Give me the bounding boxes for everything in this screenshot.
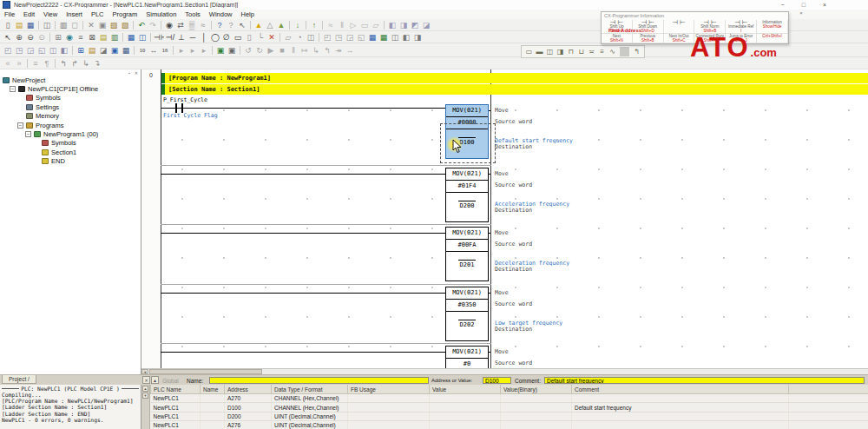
fb10-icon[interactable]: ↰ — [632, 47, 641, 56]
local-symbols-icon[interactable]: ◫ — [137, 32, 148, 43]
cell-value[interactable] — [430, 412, 501, 420]
table-row[interactable]: NewPLC1 A270 CHANNEL (Hex,Channel) — [151, 394, 868, 403]
fb6-icon[interactable]: ⊔ — [576, 47, 586, 56]
cell-name[interactable] — [201, 403, 225, 412]
output-window[interactable]: PLC: NewPLC1 (PLC Model CP1E ) Compiling… — [0, 385, 141, 429]
sim-sync-icon[interactable]: ↺ — [243, 45, 253, 56]
window-layout1-icon[interactable]: ◧ — [387, 20, 398, 30]
cell-address[interactable]: D200 — [225, 412, 272, 420]
separator[interactable] — [38, 21, 39, 30]
program-check-icon[interactable]: ▲ — [276, 20, 286, 30]
menu-item[interactable]: Tools — [181, 10, 205, 18]
separator[interactable] — [289, 21, 290, 30]
separator[interactable] — [49, 33, 50, 42]
comment-input[interactable]: Default start frequency — [544, 377, 865, 384]
cell-plc-name[interactable]: NewPLC1 — [151, 412, 201, 420]
cut-icon[interactable]: ✕ — [86, 20, 96, 30]
cell-value[interactable] — [430, 421, 501, 429]
sim-refresh-icon[interactable]: ↻ — [254, 45, 265, 56]
menu-item[interactable]: View — [39, 10, 62, 18]
watch-column-header[interactable]: Value(Binary) — [501, 385, 572, 394]
symbol-table1-icon[interactable]: ◰ — [322, 32, 332, 43]
separator[interactable] — [212, 46, 213, 55]
monitor-data-icon[interactable]: ▤ — [98, 32, 108, 43]
menu-item[interactable]: Edit — [19, 10, 39, 18]
win-cascade-icon[interactable]: ◰ — [3, 45, 13, 56]
tree-item[interactable]: − NewProgram1 (00) — [25, 129, 141, 138]
paste-icon[interactable]: ▨ — [108, 20, 119, 30]
instruction-mnemonic[interactable]: MOV(021) — [446, 287, 488, 300]
sim-step-in-icon[interactable]: ↳ — [311, 45, 321, 56]
online-edit-go-icon[interactable]: ▱ — [371, 20, 381, 30]
window-layout3-icon[interactable]: ◩ — [410, 20, 420, 30]
immediate-icon[interactable]: ◫ — [306, 32, 316, 43]
mov-instruction-block[interactable]: MOV(021) #0 — [445, 346, 489, 368]
expander-icon[interactable]: − — [25, 131, 31, 137]
sim-scan-run-icon[interactable]: → — [345, 45, 355, 56]
separator[interactable] — [620, 47, 629, 56]
grid-icon[interactable]: ⊞ — [53, 32, 63, 43]
watch-column-header[interactable]: FB Usage — [348, 385, 430, 394]
help-icon[interactable]: ? — [214, 20, 225, 30]
menu-item[interactable]: Help — [237, 10, 259, 18]
symbol-table3-icon[interactable]: ◲ — [345, 32, 355, 43]
goto-rung1-icon[interactable]: ↰ — [58, 58, 69, 69]
symbols-view-icon[interactable]: ◪ — [98, 45, 108, 56]
instruction-operand-1[interactable]: #0 — [446, 359, 488, 368]
copy-icon[interactable]: ▣ — [97, 20, 108, 30]
cross-reference-icon[interactable]: ▦ — [126, 32, 136, 43]
new-coil-icon[interactable]: ◯ — [210, 32, 220, 43]
cell-fb-usage[interactable] — [348, 394, 430, 403]
split1-icon[interactable]: ◫ — [390, 32, 400, 43]
panel-splitter[interactable]: ▲ ▼ — [141, 385, 150, 429]
minimize-icon[interactable]: − — [781, 2, 785, 8]
marker1-icon[interactable]: ▸ — [176, 45, 187, 56]
mov-instruction-block[interactable]: MOV(021) #0350 D202 — [445, 287, 489, 341]
io-comment-icon[interactable]: ▦ — [367, 32, 378, 43]
cell-data-type[interactable]: CHANNEL (Hex,Channel) — [272, 394, 348, 403]
menu-item[interactable]: File — [0, 10, 19, 18]
instruction-mnemonic[interactable]: MOV(021) — [446, 228, 488, 240]
tree-item[interactable]: − NewPLC1[CP1E] Offline — [10, 84, 141, 93]
cell-comment[interactable] — [572, 394, 789, 403]
split2-icon[interactable]: ◧ — [401, 32, 411, 43]
window-layout4-icon[interactable]: ◪ — [421, 20, 431, 30]
separator[interactable] — [27, 59, 28, 68]
tree-item[interactable]: Symbols — [42, 139, 141, 148]
ladder-rung[interactable]: MOV(021) #0350 D202 Move Source word Low… — [141, 287, 868, 341]
sim-continuous-icon[interactable]: ↠ — [333, 45, 344, 56]
cell-plc-name[interactable]: NewPLC1 — [151, 421, 201, 429]
search-window-icon[interactable]: ◫ — [42, 20, 52, 30]
watch-column-header[interactable]: Comment — [572, 385, 789, 394]
rung-comment-icon[interactable]: ◉ — [64, 32, 75, 43]
name-input[interactable] — [209, 377, 429, 384]
zoom-fit-icon[interactable]: ⊙ — [36, 32, 47, 43]
undo-icon[interactable]: ↶ — [136, 20, 147, 30]
ladder-rung[interactable]: MOV(021) #01F4 D200 Move Source word Acc… — [141, 168, 868, 222]
rung-wrap-icon[interactable]: ⊠ — [87, 32, 97, 43]
edit-mode-icon[interactable]: ▱ — [283, 32, 293, 43]
block-mark-icon[interactable]: ¶ — [42, 58, 52, 69]
win-new-icon[interactable]: ◧ — [59, 45, 69, 56]
fb2-icon[interactable]: ▬ — [535, 47, 544, 56]
table-row[interactable]: NewPLC1 D100 CHANNEL (Hex,Channel) Defau… — [151, 403, 868, 412]
watch-column-header[interactable]: Data Type / Format — [272, 385, 348, 394]
decimal-icon[interactable]: 10 — [137, 45, 148, 56]
maximize-icon[interactable]: □ — [802, 2, 806, 8]
separator[interactable] — [319, 33, 319, 42]
cell-address[interactable]: A270 — [225, 394, 272, 403]
memory-view-icon[interactable]: ▦ — [378, 32, 389, 43]
ladder-editor[interactable]: 0 [Program Name : NewProgram1] [Section … — [141, 69, 868, 368]
separator[interactable] — [72, 46, 73, 55]
save-icon[interactable]: ▦ — [25, 20, 36, 30]
symbol-table4-icon[interactable]: ◱ — [356, 32, 366, 43]
instruction-operand-1[interactable]: #00FA — [446, 240, 488, 252]
separator[interactable] — [322, 21, 323, 30]
separator[interactable] — [55, 59, 56, 68]
quick-help-icon[interactable]: ? — [226, 20, 236, 30]
address-reference-icon[interactable]: ≈ — [198, 20, 208, 30]
select-pointer-icon[interactable]: ↖ — [3, 32, 13, 43]
sim-stop-icon[interactable]: ■ — [277, 45, 287, 56]
separator[interactable] — [82, 21, 83, 30]
new-contact-icon[interactable]: ⊣⊢ — [154, 32, 164, 43]
